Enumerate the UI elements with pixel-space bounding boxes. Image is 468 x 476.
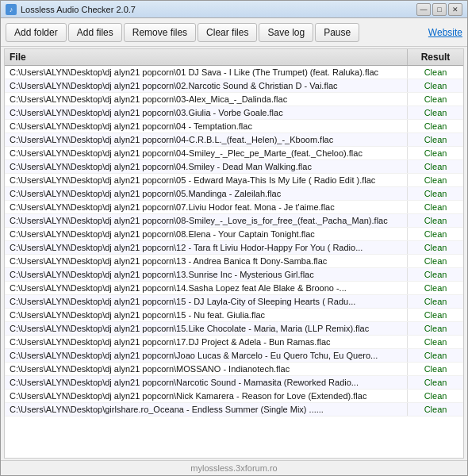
cell-result: Clean — [408, 106, 463, 119]
table-row[interactable]: C:\Users\ALYN\Desktop\dj alyn21 popcorn\… — [5, 214, 463, 228]
table-row[interactable]: C:\Users\ALYN\Desktop\dj alyn21 popcorn\… — [5, 93, 463, 106]
cell-file: C:\Users\ALYN\Desktop\dj alyn21 popcorn\… — [5, 309, 408, 321]
cell-file: C:\Users\ALYN\Desktop\dj alyn21 popcorn\… — [5, 133, 408, 146]
cell-file: C:\Users\ALYN\Desktop\dj alyn21 popcorn\… — [5, 295, 408, 308]
cell-file: C:\Users\ALYN\Desktop\dj alyn21 popcorn\… — [5, 282, 408, 294]
table-row[interactable]: C:\Users\ALYN\Desktop\dj alyn21 popcorn\… — [5, 228, 463, 241]
cell-file: C:\Users\ALYN\Desktop\dj alyn21 popcorn\… — [5, 376, 408, 389]
clear-files-button[interactable]: Clear files — [198, 23, 257, 42]
app-icon: ♪ — [6, 4, 17, 15]
title-bar: ♪ Lossless Audio Checker 2.0.7 — □ ✕ — [1, 1, 467, 18]
cell-file: C:\Users\ALYN\Desktop\dj alyn21 popcorn\… — [5, 214, 408, 227]
cell-file: C:\Users\ALYN\Desktop\dj alyn21 popcorn\… — [5, 228, 408, 240]
cell-result: Clean — [408, 390, 463, 402]
table-row[interactable]: C:\Users\ALYN\Desktop\dj alyn21 popcorn\… — [5, 255, 463, 268]
cell-result: Clean — [408, 363, 463, 375]
window-title: Lossless Audio Checker 2.0.7 — [21, 5, 136, 14]
cell-result: Clean — [408, 282, 463, 294]
maximize-button[interactable]: □ — [432, 3, 447, 16]
cell-result: Clean — [408, 147, 463, 159]
cell-file: C:\Users\ALYN\Desktop\dj alyn21 popcorn\… — [5, 174, 408, 186]
cell-file: C:\Users\ALYN\Desktop\dj alyn21 popcorn\… — [5, 241, 408, 254]
cell-result: Clean — [408, 133, 463, 146]
table-row[interactable]: C:\Users\ALYN\Desktop\dj alyn21 popcorn\… — [5, 79, 463, 93]
cell-result: Clean — [408, 309, 463, 321]
table-row[interactable]: C:\Users\ALYN\Desktop\dj alyn21 popcorn\… — [5, 66, 463, 79]
footer-text: mylossless.3xforum.ro — [190, 463, 277, 473]
cell-result: Clean — [408, 160, 463, 173]
cell-result: Clean — [408, 79, 463, 92]
cell-file: C:\Users\ALYN\Desktop\girlshare.ro_Ocean… — [5, 403, 408, 416]
table-row[interactable]: C:\Users\ALYN\Desktop\dj alyn21 popcorn\… — [5, 201, 463, 214]
table-row[interactable]: C:\Users\ALYN\Desktop\dj alyn21 popcorn\… — [5, 241, 463, 255]
cell-file: C:\Users\ALYN\Desktop\dj alyn21 popcorn\… — [5, 93, 408, 106]
cell-result: Clean — [408, 349, 463, 362]
table-row[interactable]: C:\Users\ALYN\Desktop\dj alyn21 popcorn\… — [5, 390, 463, 403]
remove-files-button[interactable]: Remove files — [124, 23, 196, 42]
cell-file: C:\Users\ALYN\Desktop\dj alyn21 popcorn\… — [5, 187, 408, 200]
cell-result: Clean — [408, 120, 463, 132]
cell-file: C:\Users\ALYN\Desktop\dj alyn21 popcorn\… — [5, 106, 408, 119]
table-row[interactable]: C:\Users\ALYN\Desktop\dj alyn21 popcorn\… — [5, 295, 463, 309]
cell-result: Clean — [408, 255, 463, 267]
cell-result: Clean — [408, 322, 463, 335]
cell-result: Clean — [408, 241, 463, 254]
cell-file: C:\Users\ALYN\Desktop\dj alyn21 popcorn\… — [5, 349, 408, 362]
table-row[interactable]: C:\Users\ALYN\Desktop\dj alyn21 popcorn\… — [5, 363, 463, 376]
table-row[interactable]: C:\Users\ALYN\Desktop\dj alyn21 popcorn\… — [5, 106, 463, 120]
cell-result: Clean — [408, 376, 463, 389]
table-row[interactable]: C:\Users\ALYN\Desktop\dj alyn21 popcorn\… — [5, 336, 463, 349]
cell-file: C:\Users\ALYN\Desktop\dj alyn21 popcorn\… — [5, 322, 408, 335]
cell-result: Clean — [408, 201, 463, 213]
website-link[interactable]: Website — [428, 27, 462, 38]
title-bar-buttons: — □ ✕ — [416, 3, 462, 16]
cell-file: C:\Users\ALYN\Desktop\dj alyn21 popcorn\… — [5, 120, 408, 132]
cell-file: C:\Users\ALYN\Desktop\dj alyn21 popcorn\… — [5, 201, 408, 213]
footer: mylossless.3xforum.ro — [1, 460, 467, 475]
pause-button[interactable]: Pause — [315, 23, 359, 42]
table-row[interactable]: C:\Users\ALYN\Desktop\dj alyn21 popcorn\… — [5, 309, 463, 322]
table-row[interactable]: C:\Users\ALYN\Desktop\dj alyn21 popcorn\… — [5, 147, 463, 160]
cell-result: Clean — [408, 295, 463, 308]
table-row[interactable]: C:\Users\ALYN\Desktop\dj alyn21 popcorn\… — [5, 268, 463, 282]
table-row[interactable]: C:\Users\ALYN\Desktop\dj alyn21 popcorn\… — [5, 376, 463, 390]
table-row[interactable]: C:\Users\ALYN\Desktop\dj alyn21 popcorn\… — [5, 187, 463, 201]
cell-file: C:\Users\ALYN\Desktop\dj alyn21 popcorn\… — [5, 268, 408, 281]
table-body[interactable]: C:\Users\ALYN\Desktop\dj alyn21 popcorn\… — [5, 66, 463, 458]
add-folder-button[interactable]: Add folder — [6, 23, 67, 42]
cell-result: Clean — [408, 214, 463, 227]
table-row[interactable]: C:\Users\ALYN\Desktop\dj alyn21 popcorn\… — [5, 349, 463, 363]
column-header-file: File — [5, 49, 408, 65]
cell-result: Clean — [408, 403, 463, 416]
cell-result: Clean — [408, 93, 463, 106]
cell-file: C:\Users\ALYN\Desktop\dj alyn21 popcorn\… — [5, 79, 408, 92]
cell-file: C:\Users\ALYN\Desktop\dj alyn21 popcorn\… — [5, 147, 408, 159]
cell-result: Clean — [408, 336, 463, 348]
save-log-button[interactable]: Save log — [259, 23, 313, 42]
add-files-button[interactable]: Add files — [68, 23, 122, 42]
table-row[interactable]: C:\Users\ALYN\Desktop\girlshare.ro_Ocean… — [5, 403, 463, 416]
cell-file: C:\Users\ALYN\Desktop\dj alyn21 popcorn\… — [5, 336, 408, 348]
table-row[interactable]: C:\Users\ALYN\Desktop\dj alyn21 popcorn\… — [5, 160, 463, 174]
cell-file: C:\Users\ALYN\Desktop\dj alyn21 popcorn\… — [5, 66, 408, 79]
cell-file: C:\Users\ALYN\Desktop\dj alyn21 popcorn\… — [5, 363, 408, 375]
toolbar: Add folder Add files Remove files Clear … — [1, 18, 467, 47]
table-row[interactable]: C:\Users\ALYN\Desktop\dj alyn21 popcorn\… — [5, 322, 463, 336]
cell-file: C:\Users\ALYN\Desktop\dj alyn21 popcorn\… — [5, 390, 408, 402]
main-window: ♪ Lossless Audio Checker 2.0.7 — □ ✕ Add… — [0, 0, 468, 476]
cell-file: C:\Users\ALYN\Desktop\dj alyn21 popcorn\… — [5, 255, 408, 267]
cell-result: Clean — [408, 174, 463, 186]
cell-result: Clean — [408, 228, 463, 240]
table-row[interactable]: C:\Users\ALYN\Desktop\dj alyn21 popcorn\… — [5, 282, 463, 295]
table-row[interactable]: C:\Users\ALYN\Desktop\dj alyn21 popcorn\… — [5, 133, 463, 147]
cell-result: Clean — [408, 187, 463, 200]
title-bar-left: ♪ Lossless Audio Checker 2.0.7 — [6, 4, 136, 15]
cell-result: Clean — [408, 66, 463, 79]
minimize-button[interactable]: — — [416, 3, 431, 16]
cell-result: Clean — [408, 268, 463, 281]
table-row[interactable]: C:\Users\ALYN\Desktop\dj alyn21 popcorn\… — [5, 174, 463, 187]
table-header: File Result — [5, 49, 463, 66]
cell-file: C:\Users\ALYN\Desktop\dj alyn21 popcorn\… — [5, 160, 408, 173]
table-row[interactable]: C:\Users\ALYN\Desktop\dj alyn21 popcorn\… — [5, 120, 463, 133]
close-button[interactable]: ✕ — [448, 3, 462, 16]
